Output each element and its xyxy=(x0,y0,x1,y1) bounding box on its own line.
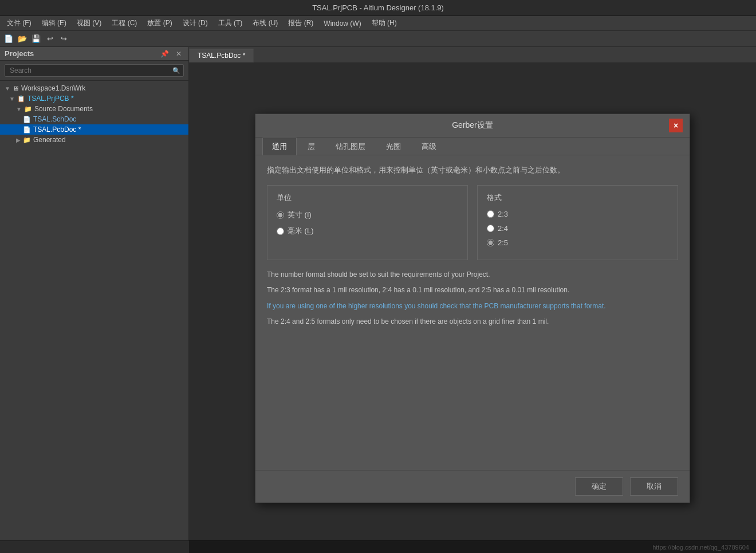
tree-schdoc[interactable]: 📄 TSAL.SchDoc xyxy=(0,114,188,124)
dialog-title: Gerber设置 xyxy=(276,120,669,131)
radio-inches: 英寸 (I) xyxy=(277,210,458,220)
gerber-dialog: Gerber设置 × 通用 层 钻孔图层 光圈 高级 指定输出文档使用的单位和格… xyxy=(255,113,690,503)
radio-24-label: 2:4 xyxy=(498,224,508,233)
tree-project[interactable]: ▼ 📋 TSAL.PrjPCB * xyxy=(0,93,188,104)
dialog-tab-drill[interactable]: 钻孔图层 xyxy=(326,138,375,155)
workspace-label: Workspace1.DsnWrk xyxy=(21,84,85,92)
menu-window[interactable]: Window (W) xyxy=(319,18,365,29)
title-text: TSAL.PrjPCB - Altium Designer (18.1.9) xyxy=(312,3,444,12)
menu-edit[interactable]: 编辑 (E) xyxy=(37,17,71,29)
search-box: 🔍 xyxy=(0,61,188,81)
schematic-icon: 📄 xyxy=(23,116,31,123)
info-text-3: If you are using one of the higher resol… xyxy=(267,301,678,312)
menu-place[interactable]: 放置 (P) xyxy=(143,17,176,29)
dialog-tab-advanced[interactable]: 高级 xyxy=(412,138,446,155)
menu-design[interactable]: 设计 (D) xyxy=(178,17,212,29)
menu-route[interactable]: 布线 (U) xyxy=(248,17,282,29)
project-label: TSAL.PrjPCB * xyxy=(27,95,74,103)
radio-25: 2:5 xyxy=(487,238,668,247)
dialog-title-bar: Gerber设置 × xyxy=(255,114,690,138)
arrow-icon: ▼ xyxy=(9,96,15,102)
toolbar-redo-btn[interactable]: ↪ xyxy=(57,33,70,45)
arrow-icon: ▼ xyxy=(16,106,22,112)
menu-reports[interactable]: 报告 (R) xyxy=(284,17,318,29)
radio-inches-input[interactable] xyxy=(277,211,284,219)
unit-group-title: 单位 xyxy=(277,193,458,203)
folder-icon: 📁 xyxy=(23,136,31,144)
radio-25-label: 2:5 xyxy=(498,238,508,247)
generated-label: Generated xyxy=(33,136,66,144)
tab-label: TSAL.PcbDoc * xyxy=(198,52,245,60)
right-area: TSAL.PcbDoc * Gerber设置 × 通用 层 xyxy=(189,47,756,553)
dialog-footer: 确定 取消 xyxy=(255,470,690,503)
radio-25-input[interactable] xyxy=(487,239,494,246)
schdoc-label: TSAL.SchDoc xyxy=(33,115,76,123)
dialog-tab-layers[interactable]: 层 xyxy=(298,138,325,155)
menu-file[interactable]: 文件 (F) xyxy=(2,17,36,29)
sourcedocs-label: Source Documents xyxy=(34,105,93,113)
panel-close-btn[interactable]: ✕ xyxy=(174,50,184,58)
pcb-icon: 📄 xyxy=(23,126,31,134)
dialog-content: 指定输出文档使用的单位和格式，用来控制单位（英寸或毫米）和小数点之前与之后位数。… xyxy=(255,155,690,470)
tree-sourcedocs[interactable]: ▼ 📁 Source Documents xyxy=(0,104,188,114)
ok-button[interactable]: 确定 xyxy=(575,477,623,496)
panel-title: Projects xyxy=(5,49,34,58)
info-text-4: The 2:4 and 2:5 formats only need to be … xyxy=(267,316,678,327)
radio-23: 2:3 xyxy=(487,210,668,218)
info-text-1: The number format should be set to suit … xyxy=(267,269,678,280)
tree-workspace[interactable]: ▼ 🖥 Workspace1.DsnWrk xyxy=(0,83,188,93)
tab-pcbdoc[interactable]: TSAL.PcbDoc * xyxy=(189,49,254,62)
radio-mm-label: 毫米 (L) xyxy=(288,226,314,236)
format-group-title: 格式 xyxy=(487,193,668,203)
menu-view[interactable]: 视图 (V) xyxy=(72,17,106,29)
menu-project[interactable]: 工程 (C) xyxy=(107,17,141,29)
menu-tools[interactable]: 工具 (T) xyxy=(214,17,247,29)
panel-header: Projects 📌 ✕ xyxy=(0,47,188,61)
dialog-tab-aperture[interactable]: 光圈 xyxy=(376,138,411,155)
project-icon: 📋 xyxy=(17,95,25,103)
arrow-icon: ▼ xyxy=(5,85,10,92)
options-row: 单位 英寸 (I) 毫米 (L) xyxy=(267,185,678,260)
arrow-icon: ▶ xyxy=(16,137,21,143)
pcb-canvas: Gerber设置 × 通用 层 钻孔图层 光圈 高级 指定输出文档使用的单位和格… xyxy=(189,63,756,553)
pcbdoc-label: TSAL.PcbDoc * xyxy=(33,125,81,134)
dialog-tabs: 通用 层 钻孔图层 光圈 高级 xyxy=(255,138,690,155)
unit-group: 单位 英寸 (I) 毫米 (L) xyxy=(267,185,468,260)
format-group: 格式 2:3 2:4 xyxy=(477,185,678,260)
radio-23-input[interactable] xyxy=(487,210,494,218)
search-input[interactable] xyxy=(5,64,184,77)
tree-generated[interactable]: ▶ 📁 Generated xyxy=(0,135,188,145)
toolbar-row: 📄 📂 💾 ↩ ↪ xyxy=(0,31,756,47)
radio-23-label: 2:3 xyxy=(498,210,508,218)
project-tree: ▼ 🖥 Workspace1.DsnWrk ▼ 📋 TSAL.PrjPCB * … xyxy=(0,81,188,553)
info-text-2: The 2:3 format has a 1 mil resolution, 2… xyxy=(267,285,678,296)
cancel-button[interactable]: 取消 xyxy=(630,477,678,496)
search-icon: 🔍 xyxy=(172,67,180,74)
toolbar-left: 📄 📂 💾 ↩ ↪ xyxy=(0,33,72,45)
toolbar-open-btn[interactable]: 📂 xyxy=(16,33,29,45)
toolbar-new-btn[interactable]: 📄 xyxy=(2,33,15,45)
tab-bar: TSAL.PcbDoc * xyxy=(189,47,756,63)
tree-pcbdoc[interactable]: 📄 TSAL.PcbDoc * xyxy=(0,124,188,135)
folder-icon: 📁 xyxy=(24,105,32,113)
toolbar-save-btn[interactable]: 💾 xyxy=(30,33,42,45)
dialog-overlay: Gerber设置 × 通用 层 钻孔图层 光圈 高级 指定输出文档使用的单位和格… xyxy=(189,63,756,553)
radio-24: 2:4 xyxy=(487,224,668,233)
menu-bar: 文件 (F) 编辑 (E) 视图 (V) 工程 (C) 放置 (P) 设计 (D… xyxy=(0,16,756,31)
left-panel: Projects 📌 ✕ 🔍 ▼ 🖥 Workspace1.DsnWrk ▼ xyxy=(0,47,189,553)
main-layout: Projects 📌 ✕ 🔍 ▼ 🖥 Workspace1.DsnWrk ▼ xyxy=(0,47,756,553)
menu-help[interactable]: 帮助 (H) xyxy=(367,17,401,29)
panel-pin-btn[interactable]: 📌 xyxy=(158,50,171,58)
radio-mm: 毫米 (L) xyxy=(277,226,458,236)
toolbar-undo-btn[interactable]: ↩ xyxy=(44,33,56,45)
dialog-close-button[interactable]: × xyxy=(669,119,683,132)
radio-mm-input[interactable] xyxy=(277,228,284,235)
dialog-tab-general[interactable]: 通用 xyxy=(262,138,297,155)
description-text: 指定输出文档使用的单位和格式，用来控制单位（英寸或毫米）和小数点之前与之后位数。 xyxy=(267,164,678,177)
title-bar: TSAL.PrjPCB - Altium Designer (18.1.9) xyxy=(0,0,756,16)
radio-24-input[interactable] xyxy=(487,225,494,232)
radio-inches-label: 英寸 (I) xyxy=(288,210,312,220)
workspace-icon: 🖥 xyxy=(13,85,19,92)
